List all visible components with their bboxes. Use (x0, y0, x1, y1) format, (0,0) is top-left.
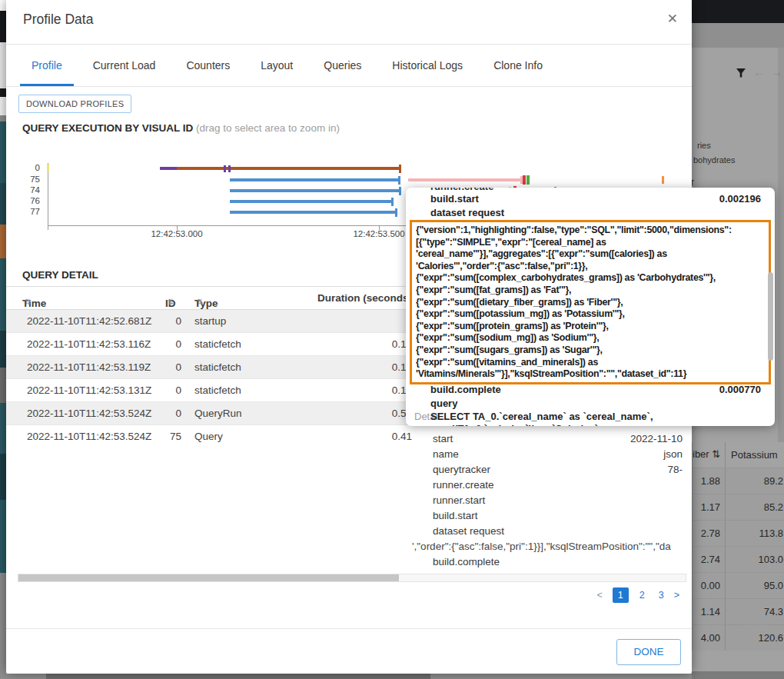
tooltip-row-build-start: build.start 0.002196 (406, 193, 775, 205)
detail-key: querytracker (433, 464, 490, 475)
bg-cell-potassium: 113.8 (726, 521, 784, 546)
tooltip-key: build.start (430, 193, 479, 205)
left-strip-segment (0, 42, 6, 88)
bg-cell-potassium: 120.6 (726, 625, 784, 651)
detail-json-fragment: ',"order":{"asc":false,"pri":1}}],"ksqlS… (412, 541, 683, 552)
bg-cell-fiber: 1.14 (693, 599, 726, 624)
json-line: {"expr":"sum([potassium_mg]) as 'Potassi… (416, 308, 765, 321)
background-table-row: 4.00120.6 (693, 624, 784, 651)
cell-type: startup (194, 315, 226, 327)
chart-y-label-76: 76 (6, 196, 40, 205)
footer-divider (6, 628, 692, 629)
chart-segment-visual-75 (408, 178, 522, 181)
close-icon[interactable]: ✕ (664, 9, 681, 28)
chart-segment-visual-74 (399, 187, 401, 195)
modal-title: Profile Data (23, 12, 93, 28)
chart-segment-visual-0 (399, 165, 401, 173)
detail-row: dataset request (425, 524, 683, 540)
chart-segment-visual-0 (177, 167, 400, 170)
chart-segment-visual-0 (228, 165, 231, 172)
tooltip-key: query (430, 398, 457, 409)
background-table-header: iber ⇅Potassium (693, 442, 784, 468)
tooltip-sql-line-2: sum((TA_0.`calories`)) as `Calories` (430, 423, 598, 426)
cell-time: 2022-11-10T11:42:52.681Z (27, 315, 151, 327)
cell-id: 0 (158, 361, 181, 373)
tooltip-row-detail: Detail SELECT TA_0.`cereal_name` as `cer… (406, 411, 775, 423)
background-table-row: 2.74103.0 (693, 546, 784, 572)
sort-icon: ⇅ (197, 298, 203, 306)
cell-type: staticfetch (194, 384, 241, 396)
tab-queries[interactable]: Queries (312, 45, 373, 85)
cell-id: 0 (158, 338, 181, 350)
cell-duration: 0.18 (260, 384, 412, 396)
tab-layout[interactable]: Layout (249, 45, 304, 85)
tooltip-scrollbar-thumb[interactable] (768, 272, 773, 361)
pagination-page-1[interactable]: 1 (613, 587, 629, 603)
bg-cell-potassium: 95.0 (726, 573, 784, 598)
left-strip-segment (0, 115, 6, 121)
left-strip-segment (0, 331, 6, 368)
pagination-next[interactable]: > (674, 590, 679, 601)
bg-cell-potassium: 89.2 (726, 468, 784, 494)
left-strip-segment (0, 368, 6, 403)
background-table-row: 1.1785.2 (693, 494, 784, 520)
left-strip-segment (0, 0, 6, 11)
json-line: {"expr":"sum([complex_carbohydrates_gram… (416, 272, 765, 285)
download-profiles-button[interactable]: DOWNLOAD PROFILES (18, 95, 131, 113)
detail-key: start (433, 433, 453, 444)
back-arrow-icon: ← (753, 65, 765, 78)
bg-cell-fiber: 2.74 (693, 547, 726, 572)
tooltip-key: build.complete (430, 384, 501, 395)
detail-key: dataset request (433, 525, 504, 537)
pagination-prev[interactable]: < (597, 590, 603, 601)
chart-y-axis (48, 163, 48, 225)
pagination-page-3[interactable]: 3 (656, 587, 667, 603)
background-toolbar-band (692, 23, 784, 48)
tab-counters[interactable]: Counters (174, 45, 241, 85)
background-legend-fragment-carbohydrates: bohydrates (693, 155, 735, 165)
background-data-table: iber ⇅Potassium1.8889.21.1785.22.78113.8… (692, 442, 784, 651)
tooltip-clipped-row: runner.create (430, 188, 584, 191)
detail-row: runner.start (425, 494, 683, 509)
chart-segment-visual-75 (527, 175, 530, 185)
pagination-page-2[interactable]: 2 (636, 587, 648, 603)
left-strip-segment (0, 403, 6, 454)
sort-icon: ⇅ (168, 298, 174, 306)
bg-cell-fiber: 1.17 (693, 494, 726, 520)
detail-row: runner.create (425, 478, 683, 494)
cell-time: 2022-11-10T11:42:53.524Z (27, 408, 151, 419)
cell-duration: 0.53 (260, 408, 412, 419)
left-strip-segment (0, 121, 6, 183)
chart-x-tick (379, 225, 380, 230)
tab-bar: ProfileCurrent LoadCountersLayoutQueries… (6, 45, 692, 87)
tab-profile[interactable]: Profile (20, 45, 74, 85)
cell-time: 2022-11-10T11:42:53.524Z (27, 431, 151, 442)
json-line: {"expr":"sum([sugars_grams]) as 'Sugar'"… (416, 344, 765, 357)
column-header-duration[interactable]: Duration (seconds) (260, 292, 412, 304)
detail-row: namejson (425, 448, 683, 463)
done-button[interactable]: DONE (616, 639, 681, 665)
json-line: {"expr":"sum([sodium_mg]) as 'Sodium'"}, (416, 332, 765, 344)
json-line: 'Vitamins/Minerals'"}],"ksqlStreamPositi… (416, 368, 765, 381)
chart-segment-visual-75 (523, 175, 526, 185)
horizontal-scrollbar[interactable] (18, 574, 686, 582)
background-legend-fragment-calories: ries (697, 141, 711, 150)
detail-row: ',"order":{"asc":false,"pri":1}}],"ksqlS… (425, 540, 683, 555)
cell-duration: 0.17 (260, 361, 412, 373)
chart-segment-visual-77 (395, 208, 397, 217)
json-line: 'Calories'","order":{"asc":false,"pri":1… (416, 261, 765, 273)
bg-cell-fiber: 2.78 (693, 521, 726, 546)
json-line: {"expr":"sum([dietary_fiber_grams]) as '… (416, 297, 765, 309)
tab-historical-logs[interactable]: Historical Logs (380, 45, 474, 85)
bg-cell-fiber: 0.00 (693, 573, 726, 598)
chart-segment-visual-75 (398, 176, 400, 185)
tooltip-value: 0.000770 (719, 384, 761, 395)
highlighted-json-box: {"version":1,"highlighting":false,"type"… (410, 220, 771, 384)
horizontal-scrollbar-thumb[interactable] (18, 574, 399, 581)
detail-key: build.start (433, 510, 478, 521)
tab-clone-info[interactable]: Clone Info (482, 45, 554, 85)
background-left-strip (0, 0, 6, 679)
cell-type: staticfetch (194, 338, 241, 350)
chart-segment-visual-0 (224, 165, 226, 172)
tab-current-load[interactable]: Current Load (81, 45, 168, 85)
